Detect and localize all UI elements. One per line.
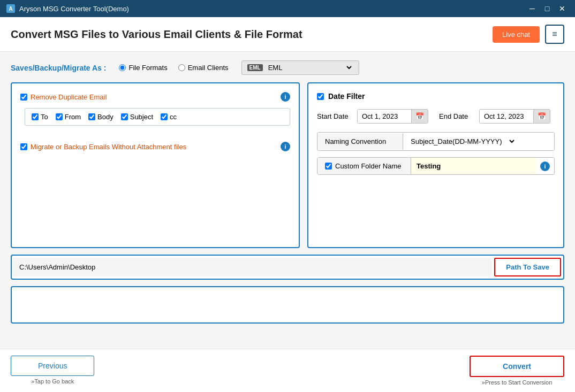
right-panel: Date Filter Start Date 📅 End Date 📅 Nami… [307, 82, 564, 248]
field-body-checkbox[interactable] [88, 113, 95, 120]
bottom-right: Convert »Press to Start Conversion [470, 356, 564, 386]
field-to[interactable]: To [32, 113, 48, 121]
remove-duplicate-row: Remove Duplicate Email i [20, 92, 290, 102]
path-to-save-button[interactable]: Path To Save [494, 258, 561, 276]
path-input[interactable] [12, 258, 492, 276]
migrate-checkbox[interactable] [20, 143, 27, 150]
bottom-left: Previous »Tap to Go back [11, 356, 94, 385]
end-date-input-wrap: 📅 [479, 109, 550, 124]
two-panel: Remove Duplicate Email i To From Body [11, 82, 564, 248]
custom-folder-row: Custom Folder Name i [317, 157, 555, 175]
field-subject[interactable]: Subject [121, 113, 153, 121]
field-cc[interactable]: cc [161, 113, 177, 121]
remove-duplicate-label[interactable]: Remove Duplicate Email [31, 93, 107, 101]
date-row: Start Date 📅 End Date 📅 [317, 109, 555, 124]
previous-hint: »Tap to Go back [31, 378, 74, 385]
live-chat-button[interactable]: Live chat [493, 26, 540, 43]
field-from[interactable]: From [56, 113, 81, 121]
field-subject-checkbox[interactable] [121, 113, 128, 120]
eml-badge: EML [247, 64, 263, 71]
email-clients-radio[interactable]: Email Clients [178, 64, 229, 72]
naming-convention-select[interactable]: Subject_Date(DD-MM-YYYY) Date_Subject Su… [403, 133, 516, 150]
log-area [11, 286, 564, 324]
migrate-row: Migrate or Backup Emails Without Attachm… [20, 142, 290, 151]
custom-folder-label: Custom Folder Name [335, 162, 402, 170]
field-cc-label: cc [170, 113, 177, 121]
title-bar: A Aryson MSG Converter Tool(Demo) ─ □ ✕ [0, 0, 575, 17]
title-bar-controls: ─ □ ✕ [526, 2, 569, 15]
field-from-label: From [65, 113, 81, 121]
start-date-input[interactable] [358, 110, 411, 123]
menu-button[interactable]: ≡ [545, 25, 564, 44]
end-date-input[interactable] [480, 110, 533, 123]
field-body[interactable]: Body [88, 113, 114, 121]
custom-folder-checkbox[interactable] [325, 163, 332, 170]
end-date-calendar-button[interactable]: 📅 [533, 110, 550, 123]
naming-select-wrap: Subject_Date(DD-MM-YYYY) Date_Subject Su… [403, 133, 554, 150]
app-icon: A [6, 4, 15, 13]
format-dropdown[interactable]: EML EML PST PDF MBOX [241, 60, 359, 75]
field-to-checkbox[interactable] [32, 113, 39, 120]
convert-button[interactable]: Convert [470, 356, 564, 377]
custom-folder-label-wrap: Custom Folder Name [317, 158, 411, 174]
file-formats-radio-input[interactable] [119, 64, 126, 71]
end-date-label: End Date [439, 112, 474, 120]
main-header: Convert MSG Files to Various Email Clien… [0, 17, 575, 52]
radio-group: File Formats Email Clients [119, 64, 228, 72]
saves-label: Saves/Backup/Migrate As : [11, 64, 106, 72]
field-body-label: Body [97, 113, 114, 121]
previous-button[interactable]: Previous [11, 356, 94, 376]
file-formats-radio[interactable]: File Formats [119, 64, 167, 72]
maximize-button[interactable]: □ [541, 2, 554, 15]
email-clients-radio-input[interactable] [178, 64, 185, 71]
start-date-calendar-button[interactable]: 📅 [411, 110, 428, 123]
left-panel: Remove Duplicate Email i To From Body [11, 82, 300, 248]
path-row: Path To Save [11, 255, 564, 280]
email-clients-label: Email Clients [188, 64, 229, 72]
content-area: Saves/Backup/Migrate As : File Formats E… [0, 52, 575, 392]
remove-duplicate-checkbox[interactable] [20, 94, 27, 101]
close-button[interactable]: ✕ [556, 2, 569, 15]
start-date-label: Start Date [317, 112, 352, 120]
naming-convention-row: Naming Convention Subject_Date(DD-MM-YYY… [317, 132, 555, 151]
field-from-checkbox[interactable] [56, 113, 63, 120]
field-to-label: To [41, 113, 48, 121]
migrate-section: Migrate or Backup Emails Without Attachm… [20, 142, 290, 151]
migrate-label[interactable]: Migrate or Backup Emails Without Attachm… [31, 143, 186, 151]
remove-duplicate-info-icon[interactable]: i [281, 92, 290, 102]
migrate-info-icon[interactable]: i [281, 142, 290, 151]
field-cc-checkbox[interactable] [161, 113, 168, 120]
format-select[interactable]: EML PST PDF MBOX [266, 63, 353, 72]
header-right: Live chat ≡ [493, 25, 564, 44]
naming-convention-label: Naming Convention [317, 133, 403, 150]
start-date-input-wrap: 📅 [357, 109, 428, 124]
saves-row: Saves/Backup/Migrate As : File Formats E… [11, 60, 564, 75]
date-filter-label: Date Filter [328, 92, 365, 101]
file-formats-label: File Formats [128, 64, 167, 72]
date-filter-header: Date Filter [317, 92, 555, 101]
fields-row: To From Body Subject cc [25, 108, 290, 126]
field-subject-label: Subject [130, 113, 153, 121]
window-title: Aryson MSG Converter Tool(Demo) [19, 5, 129, 13]
convert-hint: »Press to Start Conversion [482, 379, 552, 386]
custom-folder-info-icon[interactable]: i [540, 162, 550, 171]
date-filter-checkbox[interactable] [317, 93, 324, 100]
minimize-button[interactable]: ─ [526, 2, 539, 15]
menu-icon: ≡ [552, 29, 557, 39]
bottom-bar: Previous »Tap to Go back Convert »Press … [0, 349, 575, 392]
custom-folder-input[interactable] [411, 158, 536, 174]
page-title: Convert MSG Files to Various Email Clien… [11, 28, 302, 41]
title-bar-left: A Aryson MSG Converter Tool(Demo) [6, 4, 129, 13]
